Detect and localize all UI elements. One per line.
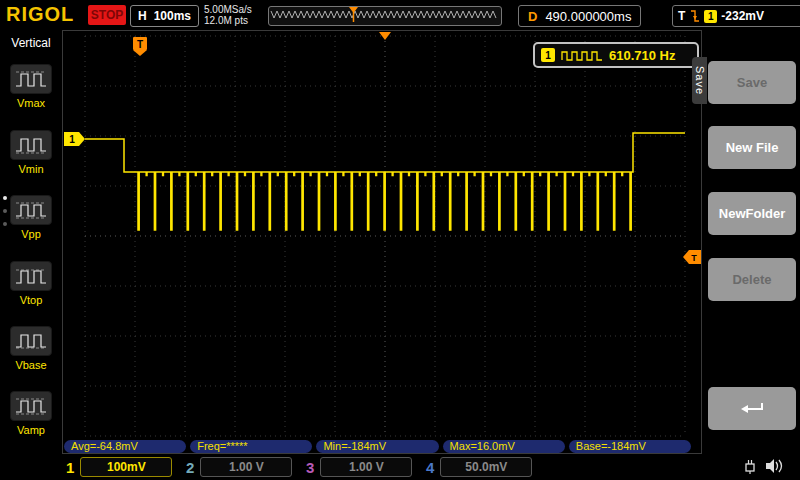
measure-category-title: Vertical [0, 36, 62, 50]
soft-menu: Save Save New File NewFolder Delete [702, 30, 800, 480]
measurement-freq: Freq=***** [190, 440, 312, 453]
trigger-level-marker[interactable]: T [683, 250, 701, 264]
trigger-position-marker[interactable]: T [133, 37, 147, 56]
usb-icon [742, 457, 758, 475]
svg-text:1: 1 [69, 134, 75, 145]
measurement-max: Max=16.0mV [443, 440, 565, 453]
vmin-icon [10, 130, 52, 160]
graticule-grid [85, 36, 685, 436]
vpp-icon [10, 195, 52, 225]
falling-edge-icon [689, 9, 700, 23]
memory-waveform-icon [271, 11, 496, 18]
pulse-train-icon [561, 49, 603, 62]
svg-text:T: T [137, 39, 143, 50]
channel-status-bar: 1 100mV 2 1.00 V 3 1.00 V 4 50.0mV [0, 454, 800, 480]
sidebar-item-label: Vtop [0, 294, 62, 306]
sample-rate: 5.00MSa/s [204, 4, 252, 15]
sidebar-item-label: Vamp [0, 424, 62, 436]
trigger-delay-box[interactable]: D 490.000000ms [518, 5, 641, 27]
top-status-bar: RIGOL STOP H 100ms 5.00MSa/s 12.0M pts D… [0, 0, 800, 30]
channel-3-status[interactable]: 3 1.00 V [306, 456, 412, 478]
menu-page-indicator [1, 196, 9, 226]
memory-depth: 12.0M pts [204, 15, 252, 26]
measurement-base: Base=-184mV [569, 440, 691, 453]
measurement-readout-bar: Avg=-64.8mV Freq=***** Min=-184mV Max=16… [64, 440, 691, 453]
timebase-value: 100ms [154, 9, 191, 23]
vamp-icon [10, 391, 52, 421]
channel-4-scale: 50.0mV [440, 457, 532, 477]
graticule-border [63, 31, 702, 454]
channel-1-status[interactable]: 1 100mV [66, 456, 172, 478]
new-folder-button[interactable]: NewFolder [708, 192, 796, 235]
vbase-icon [10, 326, 52, 356]
memory-waveform-strip[interactable] [268, 6, 502, 26]
svg-text:T: T [691, 253, 697, 263]
sidebar-item-label: Vpp [0, 228, 62, 240]
sidebar-item-vbase[interactable]: Vbase [0, 326, 62, 371]
sample-rate-readout: 5.00MSa/s 12.0M pts [204, 4, 252, 26]
trigger-source-badge: 1 [704, 10, 717, 23]
menu-tab-save: Save [692, 57, 707, 104]
sidebar-item-label: Vmin [0, 163, 62, 175]
back-button[interactable] [708, 387, 796, 430]
sidebar-item-label: Vmax [0, 97, 62, 109]
waveform-display: T 1 T 1 610.710 Hz Avg=-64.8mV Freq=****… [62, 30, 702, 454]
save-button[interactable]: Save [708, 61, 796, 104]
channel-2-number: 2 [186, 459, 194, 476]
new-file-button[interactable]: New File [708, 126, 796, 169]
sidebar-item-label: Vbase [0, 359, 62, 371]
delete-button[interactable]: Delete [708, 258, 796, 301]
channel-1-number: 1 [66, 459, 74, 476]
sidebar-item-vmin[interactable]: Vmin [0, 130, 62, 175]
sidebar-item-vamp[interactable]: Vamp [0, 391, 62, 436]
measurement-min: Min=-184mV [316, 440, 438, 453]
timebase-label: H [138, 9, 147, 23]
sidebar-item-vmax[interactable]: Vmax [0, 64, 62, 109]
timebase-box[interactable]: H 100ms [130, 5, 199, 27]
vmax-icon [10, 64, 52, 94]
trigger-info-box[interactable]: T 1 -232mV [672, 5, 800, 27]
trigger-level-value: -232mV [721, 9, 764, 23]
channel-1-scale: 100mV [80, 457, 172, 477]
freq-source-badge: 1 [541, 48, 555, 62]
delay-label: D [528, 9, 537, 24]
channel-1-level-marker[interactable]: 1 [64, 132, 85, 146]
channel-1-trace [85, 133, 685, 230]
measure-sidebar: Vertical Vmax Vmin Vpp Vtop Vbase Vamp [0, 30, 62, 480]
measurement-avg: Avg=-64.8mV [64, 440, 186, 453]
channel-4-status[interactable]: 4 50.0mV [426, 456, 532, 478]
channel-2-scale: 1.00 V [200, 457, 292, 477]
frequency-counter-badge: 1 610.710 Hz [533, 42, 699, 68]
channel-4-number: 4 [426, 459, 434, 476]
sidebar-item-vpp[interactable]: Vpp [0, 195, 62, 240]
trigger-label: T [678, 9, 685, 23]
vtop-icon [10, 261, 52, 291]
speaker-icon[interactable] [764, 457, 784, 475]
channel-3-scale: 1.00 V [320, 457, 412, 477]
channel-2-status[interactable]: 2 1.00 V [186, 456, 292, 478]
delay-value: 490.000000ms [545, 9, 631, 24]
channel-3-number: 3 [306, 459, 314, 476]
return-arrow-icon [737, 400, 767, 418]
frequency-value: 610.710 Hz [609, 48, 676, 63]
sidebar-item-vtop[interactable]: Vtop [0, 261, 62, 306]
run-stop-status-badge[interactable]: STOP [88, 5, 126, 25]
rigol-logo: RIGOL [6, 3, 74, 26]
